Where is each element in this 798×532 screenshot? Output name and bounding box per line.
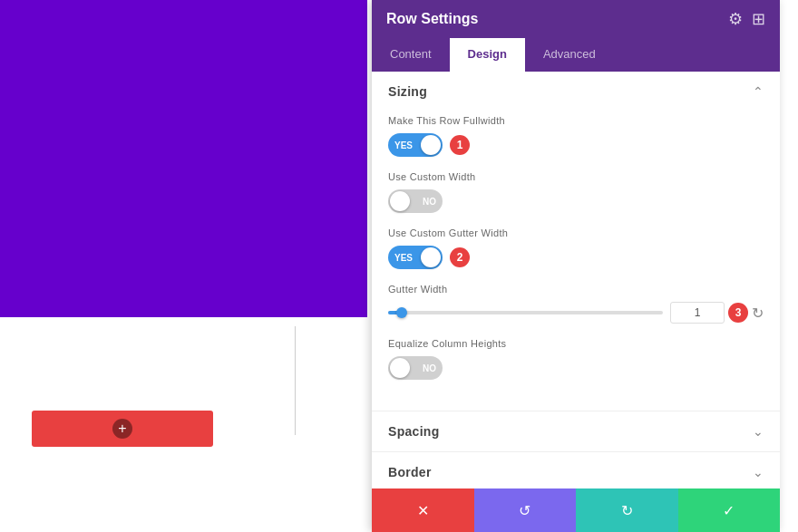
spacing-chevron-icon: ⌄ (753, 424, 764, 439)
custom-gutter-toggle-row: YES 2 (388, 246, 764, 269)
spacing-section-header[interactable]: Spacing ⌄ (372, 411, 780, 451)
gutter-slider-row: 3 ↻ (388, 302, 764, 324)
custom-width-toggle-label: NO (423, 197, 436, 207)
row-settings-panel: Row Settings ⚙ ⊞ Content Design Advanced… (372, 0, 780, 532)
cancel-button[interactable]: ✕ (372, 488, 474, 532)
tab-content[interactable]: Content (372, 38, 450, 72)
custom-width-toggle-knob (390, 191, 410, 211)
fullwidth-badge: 1 (450, 135, 470, 155)
redo-button[interactable]: ↻ (576, 488, 678, 532)
fullwidth-field: Make This Row Fullwidth YES 1 (388, 115, 764, 157)
save-button[interactable]: ✓ (678, 488, 781, 532)
panel-title: Row Settings (386, 11, 478, 27)
sizing-chevron-icon: ⌃ (753, 84, 764, 99)
plus-icon: + (118, 421, 126, 437)
purple-background (0, 0, 367, 317)
gutter-width-field: Gutter Width 3 ↻ (388, 284, 764, 324)
fullwidth-toggle-label: YES (394, 140, 413, 150)
gutter-width-label: Gutter Width (388, 284, 764, 295)
equalize-toggle-knob (390, 358, 410, 378)
custom-gutter-toggle-label: YES (394, 253, 413, 263)
sizing-section: Sizing ⌃ Make This Row Fullwidth YES 1 (372, 72, 780, 411)
gutter-slider[interactable] (388, 311, 663, 314)
panel-footer: ✕ ↺ ↻ ✓ (372, 488, 780, 532)
custom-width-field: Use Custom Width NO (388, 171, 764, 213)
gutter-input-wrap: 3 ↻ (670, 302, 764, 324)
border-title: Border (388, 465, 432, 479)
save-icon: ✓ (723, 502, 735, 519)
gutter-value-input[interactable] (670, 302, 725, 324)
fullwidth-toggle-row: YES 1 (388, 133, 764, 157)
equalize-toggle[interactable]: NO (388, 356, 443, 380)
border-chevron-icon: ⌄ (753, 465, 764, 479)
fullwidth-toggle-knob (421, 135, 441, 155)
add-row-button[interactable]: + (112, 419, 132, 439)
spacing-section: Spacing ⌄ (372, 411, 780, 452)
equalize-field: Equalize Column Heights NO (388, 338, 764, 380)
border-section: Border ⌄ (372, 452, 780, 488)
undo-icon: ↺ (519, 502, 530, 519)
add-row-bar[interactable]: + (32, 411, 213, 447)
gutter-badge: 3 (728, 303, 748, 323)
sizing-section-header[interactable]: Sizing ⌃ (372, 72, 780, 111)
layout-icon[interactable]: ⊞ (752, 9, 765, 29)
column-divider (295, 326, 296, 435)
custom-gutter-toggle[interactable]: YES (388, 246, 443, 269)
settings-icon[interactable]: ⚙ (728, 9, 743, 29)
tab-design[interactable]: Design (450, 38, 525, 72)
fullwidth-toggle[interactable]: YES (388, 133, 443, 157)
sizing-content: Make This Row Fullwidth YES 1 Use Custom… (372, 111, 780, 411)
custom-gutter-toggle-knob (421, 247, 441, 267)
slider-thumb[interactable] (396, 307, 407, 318)
custom-width-toggle-row: NO (388, 189, 764, 213)
canvas-area: + (0, 0, 372, 532)
equalize-toggle-row: NO (388, 356, 764, 380)
spacing-title: Spacing (388, 424, 440, 439)
custom-width-toggle[interactable]: NO (388, 189, 443, 213)
tab-advanced[interactable]: Advanced (525, 38, 614, 72)
equalize-label: Equalize Column Heights (388, 338, 764, 349)
sizing-title: Sizing (388, 84, 427, 99)
undo-button[interactable]: ↺ (474, 488, 577, 532)
equalize-toggle-label: NO (423, 363, 436, 373)
fullwidth-label: Make This Row Fullwidth (388, 115, 764, 126)
reset-icon[interactable]: ↻ (752, 305, 764, 322)
custom-gutter-label: Use Custom Gutter Width (388, 227, 764, 238)
custom-gutter-badge: 2 (450, 247, 470, 267)
panel-header: Row Settings ⚙ ⊞ (372, 0, 780, 38)
custom-width-label: Use Custom Width (388, 171, 764, 182)
redo-icon: ↻ (621, 502, 633, 519)
panel-body: Sizing ⌃ Make This Row Fullwidth YES 1 (372, 72, 780, 488)
panel-tabs: Content Design Advanced (372, 38, 780, 72)
cancel-icon: ✕ (417, 502, 429, 519)
custom-gutter-field: Use Custom Gutter Width YES 2 (388, 227, 764, 269)
border-section-header[interactable]: Border ⌄ (372, 452, 780, 488)
panel-header-icons: ⚙ ⊞ (728, 9, 765, 29)
